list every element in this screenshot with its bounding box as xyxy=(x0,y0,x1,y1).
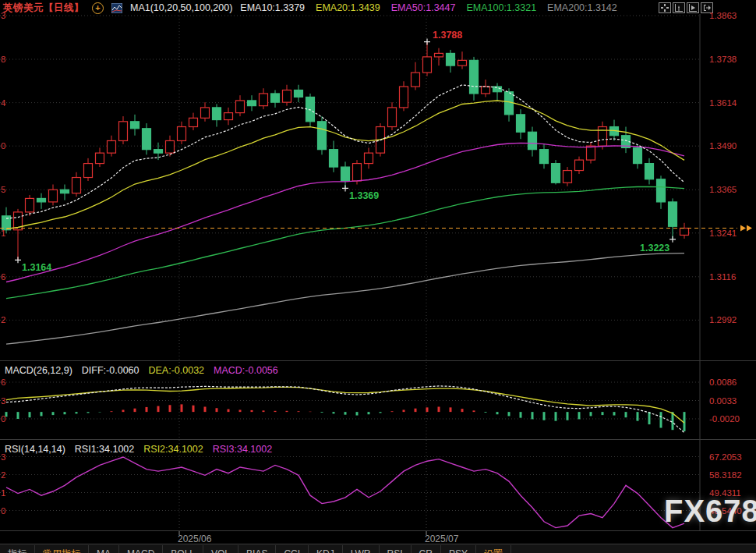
toolbar-item-KDJ[interactable]: KDJ xyxy=(309,545,343,553)
axis-label: 1.3863 xyxy=(709,10,737,21)
watermark: FX678 xyxy=(664,494,756,529)
axis-label-left-clipped: 0 xyxy=(1,140,5,151)
axis-label: 0.0033 xyxy=(709,395,737,406)
axis-label-left-clipped: 0 xyxy=(1,413,5,424)
axis-label-left-clipped: 2 xyxy=(1,314,5,325)
trading-app-window: 英镑美元【日线】 + MA1(10,20,50,100,200) EMA10:1… xyxy=(0,0,756,553)
axis-label: 1.3365 xyxy=(709,184,737,195)
symbol-title: 英镑美元【日线】 xyxy=(3,2,84,15)
date-label-2025-06: 2025/06 xyxy=(178,534,211,544)
axis-label-left-clipped: 4 xyxy=(1,97,5,108)
axis-label-left-clipped: 3 xyxy=(1,395,5,406)
axis-label: 1.3738 xyxy=(709,54,737,65)
macd-macd-value: MACD:-0.0056 xyxy=(214,365,278,376)
toolbar-item-MACD[interactable]: MACD xyxy=(119,545,163,553)
macd-pane-header: MACD(26,12,9) DIFF:-0.0060 DEA:-0.0032 M… xyxy=(5,365,278,376)
toolbar-item-CCI[interactable]: CCI xyxy=(276,545,309,553)
axis-label: 1.3614 xyxy=(709,97,737,108)
macd-title: MACD(26,12,9) xyxy=(5,365,72,376)
may-low-label: 1.3164 xyxy=(22,262,51,273)
macd-dea-value: DEA:-0.0032 xyxy=(148,365,204,376)
date-label-2025-07: 2025/07 xyxy=(425,534,458,544)
toolbar-item-BOLL[interactable]: BOLL xyxy=(163,545,203,553)
axis-label-left-clipped: 8 xyxy=(1,54,5,65)
rsi-pane-header: RSI(14,14,14) RSI1:34.1002 RSI2:34.1002 … xyxy=(5,444,272,455)
toolbar-item-LWR[interactable]: LWR xyxy=(343,545,380,553)
toolbar-item-CR[interactable]: CR xyxy=(412,545,441,553)
june-low-label: 1.3369 xyxy=(349,190,379,201)
ema-legend-item-2: EMA50:1.3447 xyxy=(391,2,456,13)
axis-label: 58.3182 xyxy=(709,470,742,480)
axis-label-left-clipped: 6 xyxy=(1,271,5,282)
axis-label: 1.3241 xyxy=(709,228,737,239)
axis-label: 1.3116 xyxy=(709,271,736,282)
chart-canvas[interactable] xyxy=(0,0,756,553)
axis-label: 1.3490 xyxy=(709,140,737,151)
axis-label: 0.0086 xyxy=(709,377,737,388)
axis-label-left-clipped: 5 xyxy=(1,184,5,195)
july-low-label: 1.3223 xyxy=(640,243,669,253)
add-indicator-icon[interactable]: + xyxy=(92,2,104,14)
toolbar-item-cjk13[interactable]: 设置 xyxy=(476,545,511,553)
axis-label-left-clipped: 1 xyxy=(1,228,5,239)
macd-diff-value: DIFF:-0.0060 xyxy=(82,365,140,376)
ema-legend-item-3: EMA100:1.3321 xyxy=(466,2,536,13)
crosshair-move-icon[interactable] xyxy=(659,2,671,13)
axis-label: 67.2053 xyxy=(709,452,742,463)
axis-label-left-clipped: 6 xyxy=(1,377,5,388)
period-high-label: 1.3788 xyxy=(433,30,462,41)
rsi3-value: RSI3:34.1002 xyxy=(213,444,272,455)
axis-label-left-clipped: 2 xyxy=(1,470,5,480)
axis-label-left-clipped: 1 xyxy=(1,487,5,498)
y-axis-scale-icon[interactable] xyxy=(673,2,685,13)
rsi2-value: RSI2:34.1002 xyxy=(143,444,203,455)
toolbar-item-BIAS[interactable]: BIAS xyxy=(238,545,276,553)
toolbar-item-cjk1[interactable]: 常用指标 xyxy=(35,545,89,553)
toolbar-item-cjk0[interactable]: 指标 xyxy=(0,545,35,553)
ema-legend: EMA10:1.3379EMA20:1.3439EMA50:1.3447EMA1… xyxy=(240,2,616,13)
indicator-toolbar: 指标常用指标MAMACDBOLLVOLBIASCCIKDJLWRRSICRPSY… xyxy=(0,544,756,553)
toolbar-item-VOL[interactable]: VOL xyxy=(203,545,238,553)
ema-legend-item-4: EMA200:1.3142 xyxy=(547,2,617,13)
chart-header: 英镑美元【日线】 + MA1(10,20,50,100,200) EMA10:1… xyxy=(3,2,617,14)
ema-legend-item-1: EMA20:1.3439 xyxy=(316,2,380,13)
axis-play-icon[interactable] xyxy=(687,2,699,13)
toolbar-item-PSY[interactable]: PSY xyxy=(441,545,476,553)
axis-label: 1.2992 xyxy=(709,314,737,325)
axis-label-left-clipped: 0 xyxy=(1,505,5,516)
toolbar-item-MA[interactable]: MA xyxy=(89,545,119,553)
axis-label: -0.0020 xyxy=(709,413,740,424)
ma-settings-label: MA1(10,20,50,100,200) xyxy=(130,2,232,13)
rsi1-value: RSI1:34.1002 xyxy=(75,444,134,455)
candlestick-chart-icon[interactable] xyxy=(111,3,122,13)
rsi-title: RSI(14,14,14) xyxy=(5,444,65,455)
toolbar-item-RSI[interactable]: RSI xyxy=(380,545,412,553)
ema-legend-item-0: EMA10:1.3379 xyxy=(240,2,305,13)
